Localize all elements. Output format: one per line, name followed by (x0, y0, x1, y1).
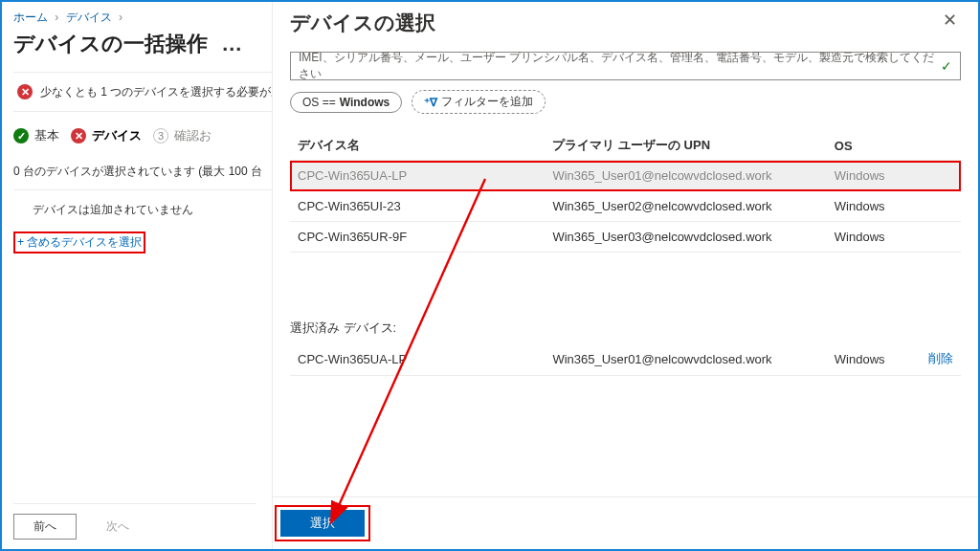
breadcrumb-devices[interactable]: デバイス (66, 11, 112, 24)
add-filter-pill[interactable]: ⁺∇ フィルターを追加 (412, 90, 546, 114)
device-table: デバイス名 プライマリ ユーザーの UPN OS CPC-Win365UA-LP… (290, 131, 961, 253)
breadcrumb-sep: › (115, 11, 126, 24)
page-title: デバイスの一括操作 … (13, 30, 272, 58)
filter-add-icon: ⁺∇ (424, 96, 437, 109)
check-icon: ✓ (941, 58, 952, 74)
selected-device-table: CPC-Win365UA-LP Win365_User01@nelcowvdcl… (290, 342, 961, 376)
os-filter-pill[interactable]: OS == Windows (290, 92, 402, 113)
close-icon[interactable]: ✕ (939, 8, 961, 33)
alert-text: 少なくとも 1 つのデバイスを選択する必要があ (40, 84, 272, 100)
error-icon: ✕ (17, 84, 33, 99)
filter-add-label: フィルターを追加 (441, 94, 533, 110)
step-device[interactable]: ✕ デバイス (71, 127, 142, 144)
error-icon: ✕ (71, 128, 86, 143)
page-title-text: デバイスの一括操作 (13, 32, 208, 55)
wizard-steps: ✓ 基本 ✕ デバイス 3 確認お (13, 127, 272, 144)
cell-upn: Win365_User01@nelcowvdclosed.work (545, 342, 826, 376)
cell-upn: Win365_User02@nelcowvdclosed.work (545, 191, 826, 222)
cell-upn: Win365_User03@nelcowvdclosed.work (545, 222, 826, 253)
empty-devices-msg: デバイスは追加されていません (13, 202, 272, 218)
search-placeholder: IMEI、シリアル番号、メール、ユーザー プリンシパル名、デバイス名、管理名、電… (299, 50, 941, 82)
col-header-name[interactable]: デバイス名 (290, 131, 545, 161)
selected-section-label: 選択済み デバイス: (290, 320, 961, 337)
check-icon: ✓ (13, 128, 29, 143)
cell-upn: Win365_User01@nelcowvdclosed.work (545, 161, 826, 191)
search-input[interactable]: IMEI、シリアル番号、メール、ユーザー プリンシパル名、デバイス名、管理名、電… (290, 52, 961, 80)
cell-name: CPC-Win365UR-9F (290, 222, 545, 253)
cell-os: Windows (827, 222, 961, 253)
blade-footer: 選択 (273, 496, 978, 549)
col-header-os[interactable]: OS (827, 131, 961, 161)
breadcrumb-sep: › (51, 11, 62, 24)
breadcrumb-home[interactable]: ホーム (13, 11, 48, 24)
cell-os: Windows (827, 161, 961, 191)
blade-title: デバイスの選択 (290, 10, 435, 36)
selected-count: 0 台のデバイスが選択されています (最大 100 台 (13, 164, 272, 190)
step-basic[interactable]: ✓ 基本 (13, 127, 59, 144)
step-confirm-label: 確認お (174, 127, 212, 144)
filter-os-label: OS == (302, 96, 336, 109)
col-header-upn[interactable]: プライマリ ユーザーの UPN (545, 131, 826, 161)
breadcrumb: ホーム › デバイス › (13, 10, 272, 26)
step-number-icon: 3 (153, 128, 168, 143)
cell-name: CPC-Win365UA-LP (290, 161, 545, 191)
cell-name: CPC-Win365UA-LP (290, 342, 545, 376)
table-row[interactable]: CPC-Win365UI-23 Win365_User02@nelcowvdcl… (290, 191, 961, 222)
cell-os: Windows (827, 342, 907, 376)
step-basic-label: 基本 (34, 127, 59, 144)
cell-os: Windows (827, 191, 961, 222)
table-row[interactable]: CPC-Win365UA-LP Win365_User01@nelcowvdcl… (290, 161, 961, 191)
select-button[interactable]: 選択 (280, 510, 365, 537)
add-devices-link[interactable]: + 含めるデバイスを選択 (13, 231, 145, 253)
selected-row-delete[interactable]: 削除 (907, 342, 961, 376)
device-select-blade: デバイスの選択 ✕ IMEI、シリアル番号、メール、ユーザー プリンシパル名、デ… (272, 2, 978, 549)
table-row[interactable]: CPC-Win365UR-9F Win365_User03@nelcowvdcl… (290, 222, 961, 253)
prev-button[interactable]: 前へ (13, 514, 77, 540)
validation-alert: ✕ 少なくとも 1 つのデバイスを選択する必要があ (13, 72, 272, 112)
wizard-footer: 前へ 次へ (13, 503, 256, 540)
step-device-label: デバイス (92, 127, 142, 144)
filter-row: OS == Windows ⁺∇ フィルターを追加 (290, 90, 961, 114)
more-menu-icon[interactable]: … (213, 32, 242, 55)
filter-os-value: Windows (340, 96, 390, 109)
step-confirm[interactable]: 3 確認お (153, 127, 212, 144)
cell-name: CPC-Win365UI-23 (290, 191, 545, 222)
table-row[interactable]: CPC-Win365UA-LP Win365_User01@nelcowvdcl… (290, 342, 961, 376)
next-button: 次へ (86, 514, 149, 540)
left-pane: ホーム › デバイス › デバイスの一括操作 … ✕ 少なくとも 1 つのデバイ… (2, 2, 272, 549)
